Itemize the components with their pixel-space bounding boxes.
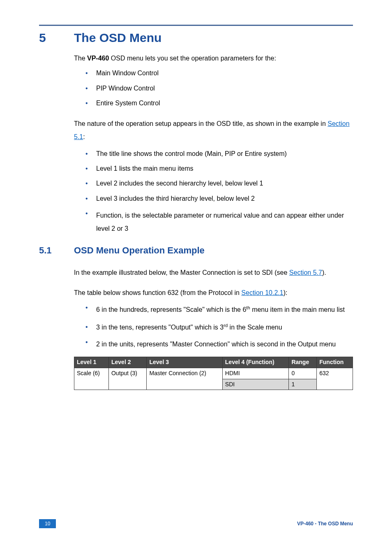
function-bullet-list: • 6 in the hundreds, represents "Scale" …	[74, 303, 353, 351]
bullet-icon: •	[85, 99, 96, 108]
table-header-row: Level 1 Level 2 Level 3 Level 4 (Functio…	[74, 357, 353, 368]
bullet-icon: •	[85, 209, 96, 235]
intro-bullet-list: •Main Window Control •PIP Window Control…	[74, 69, 353, 108]
bullet-text: 6 in the hundreds, represents "Scale" wh…	[96, 303, 353, 316]
table-intro-prefix: The table below shows function 632 (from…	[74, 289, 241, 296]
bullet-icon: •	[85, 164, 96, 173]
bullet-text: The title line shows the control mode (M…	[96, 149, 353, 158]
bullet-text: Entire System Control	[96, 99, 353, 108]
example-prefix: In the example illustrated below, the Ma…	[74, 269, 289, 276]
subsection-number: 5.1	[39, 244, 74, 257]
example-paragraph: In the example illustrated below, the Ma…	[74, 266, 353, 279]
list-item: •PIP Window Control	[85, 84, 353, 93]
th-level4: Level 4 (Function)	[222, 357, 289, 368]
intro-prefix: The	[74, 55, 87, 62]
bullet-icon: •	[85, 84, 96, 93]
table-intro-paragraph: The table below shows function 632 (from…	[74, 288, 353, 297]
top-rule	[39, 25, 353, 26]
bullet-icon: •	[85, 69, 96, 78]
bullet-text: Function, is the selectable parameter or…	[96, 209, 353, 235]
page-footer: 10 VP-460 - The OSD Menu	[0, 519, 392, 528]
bullet-icon: •	[85, 338, 96, 351]
bullet-text: 3 in the tens, represents "Output" which…	[96, 323, 353, 332]
list-item: •Function, is the selectable parameter o…	[85, 209, 353, 235]
list-item: •Main Window Control	[85, 69, 353, 78]
bullet-text: PIP Window Control	[96, 84, 353, 93]
ordinal-sup: rd	[224, 323, 228, 328]
section-heading: 5 The OSD Menu	[39, 31, 353, 45]
nature-paragraph: The nature of the operation setup appear…	[74, 117, 353, 144]
bullet-icon: •	[85, 194, 96, 203]
intro-suffix: OSD menu lets you set the operation para…	[109, 55, 276, 62]
list-item: •Level 1 lists the main menu items	[85, 164, 353, 173]
list-item: • 2 in the units, represents "Master Con…	[85, 338, 353, 351]
list-item: •Level 3 includes the third hierarchy le…	[85, 194, 353, 203]
ordinal-sup: th	[246, 305, 250, 310]
text-part: menu item in the main menu list	[250, 306, 345, 313]
text-part: 6 in the hundreds, represents "Scale" wh…	[96, 306, 246, 313]
th-function: Function	[317, 357, 353, 368]
section-number: 5	[39, 31, 74, 45]
nature-prefix: The nature of the operation setup appear…	[74, 120, 327, 127]
cell-range: 0	[289, 368, 317, 379]
text-part: 3 in the tens, represents "Output" which…	[96, 324, 224, 331]
page-number-badge: 10	[39, 519, 56, 528]
cell-level2: Output (3)	[108, 368, 147, 390]
example-suffix: ).	[322, 269, 326, 276]
bullet-text: Level 1 lists the main menu items	[96, 164, 353, 173]
cell-range: 1	[289, 379, 317, 390]
bullet-text: Level 3 includes the third hierarchy lev…	[96, 194, 353, 203]
intro-bold: VP-460	[87, 55, 109, 62]
cell-level1: Scale (6)	[74, 368, 109, 390]
list-item: • 3 in the tens, represents "Output" whi…	[85, 323, 353, 332]
bullet-icon: •	[85, 179, 96, 188]
list-item: •Level 2 includes the second hierarchy l…	[85, 179, 353, 188]
list-item: • 6 in the hundreds, represents "Scale" …	[85, 303, 353, 316]
nature-suffix: :	[83, 133, 85, 140]
table-row: Scale (6) Output (3) Master Connection (…	[74, 368, 353, 379]
bullet-text: Level 2 includes the second hierarchy le…	[96, 179, 353, 188]
th-level1: Level 1	[74, 357, 109, 368]
bullet-icon: •	[85, 303, 96, 316]
table-intro-suffix: ):	[284, 289, 288, 296]
section-5-7-link[interactable]: Section 5.7	[289, 269, 322, 276]
list-item: •Entire System Control	[85, 99, 353, 108]
list-item: •The title line shows the control mode (…	[85, 149, 353, 158]
nature-bullet-list: •The title line shows the control mode (…	[74, 149, 353, 236]
subsection-heading: 5.1 OSD Menu Operation Example	[39, 244, 353, 257]
bullet-icon: •	[85, 323, 96, 332]
bullet-text: 2 in the units, represents "Master Conne…	[96, 338, 353, 351]
cell-level4: SDI	[222, 379, 289, 390]
section-title: The OSD Menu	[74, 31, 161, 45]
subsection-title: OSD Menu Operation Example	[74, 244, 205, 257]
cell-function: 632	[317, 368, 353, 390]
bullet-icon: •	[85, 149, 96, 158]
th-level3: Level 3	[147, 357, 222, 368]
function-table: Level 1 Level 2 Level 3 Level 4 (Functio…	[74, 357, 353, 390]
intro-paragraph: The VP-460 OSD menu lets you set the ope…	[74, 54, 353, 63]
th-range: Range	[289, 357, 317, 368]
text-part: in the Scale menu	[228, 324, 282, 331]
cell-level3: Master Connection (2)	[147, 368, 222, 390]
cell-level4: HDMI	[222, 368, 289, 379]
th-level2: Level 2	[108, 357, 147, 368]
section-10-2-1-link[interactable]: Section 10.2.1	[241, 289, 283, 296]
bullet-text: Main Window Control	[96, 69, 353, 78]
footer-right-text: VP-460 - The OSD Menu	[297, 521, 353, 527]
